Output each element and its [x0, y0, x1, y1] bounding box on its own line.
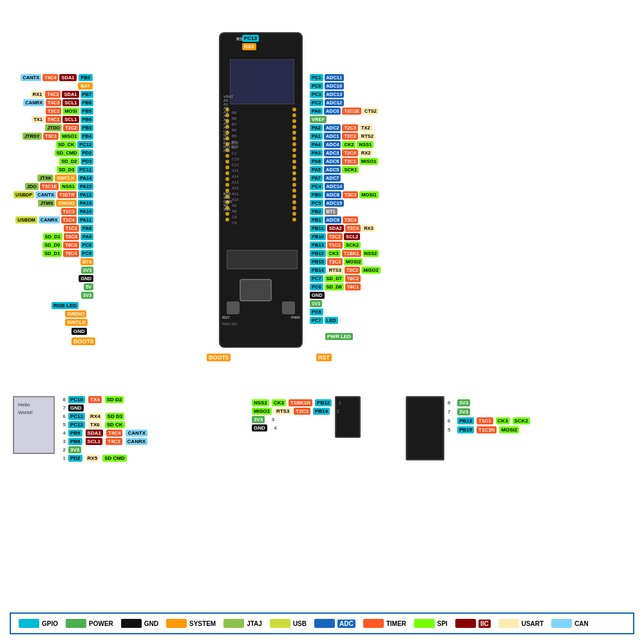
top-pin-rst2: RST	[242, 44, 257, 50]
legend-can: CAN	[551, 619, 589, 628]
legend-timer-label: TIMER	[386, 620, 406, 627]
legend-iic-label: IIC	[478, 620, 491, 628]
bottom-pin-table: 8 PC10TX4SD D2 7 GND 6 PC11RX4SD D3 5 PC…	[58, 396, 148, 463]
legend-iic: IIC	[455, 619, 491, 628]
board-btn-pwr	[282, 301, 295, 314]
swclk-label2: SWCLK	[64, 319, 88, 325]
legend-system-color	[166, 619, 187, 628]
legend-adc: ADC	[314, 619, 355, 628]
legend-usb-label: USB	[293, 620, 307, 627]
bottom-chip-left-pins: NSS2CK3T1BK1N PB12 1 MISO2RTS3T2C2 PB14 …	[251, 399, 341, 433]
legend-jtag: JTAJ	[223, 619, 262, 628]
swdio-label2: SWDIO	[64, 311, 87, 317]
board-btn-rst	[227, 301, 240, 314]
legend-timer-color	[363, 619, 384, 628]
legend-spi: SPI	[414, 619, 448, 628]
right-pin-labels: PC1ADC11 PC0ADC10 PC3ADC13 PC2ADC12 PA0A…	[309, 74, 381, 325]
main-diagram: B9B8B7B6B5 B4C2C1C10C11 A15A14A13A12A11 …	[0, 13, 644, 393]
screen-text: HelloWorld!	[14, 397, 53, 421]
legend-adc-color	[314, 619, 335, 628]
legend-spi-label: SPI	[437, 620, 448, 627]
legend-gnd-label: GND	[144, 620, 158, 627]
legend-jtag-label: JTAJ	[247, 620, 262, 627]
legend: GPIO POWER GND SYSTEM JTAJ USB ADC TIMER…	[10, 612, 634, 634]
board-body: B9B8B7B6B5 B4C2C1C10C11 A15A14A13A12A11 …	[219, 32, 303, 348]
legend-timer: TIMER	[363, 619, 406, 628]
legend-spi-color	[414, 619, 435, 628]
board-usb	[240, 279, 272, 301]
legend-usb-color	[270, 619, 290, 628]
legend-power: POWER	[66, 619, 113, 628]
top-pin-rst: PC13	[242, 35, 260, 41]
legend-power-label: POWER	[89, 620, 113, 627]
legend-gnd-color	[121, 619, 142, 628]
gnd-label-bottom: GND	[71, 328, 88, 334]
rst-label: RST	[316, 354, 332, 361]
legend-usb: USB	[270, 619, 307, 628]
legend-gpio-color	[19, 619, 39, 628]
board-connector	[227, 250, 298, 269]
boot0-bottom-label: BOOT0	[71, 338, 96, 345]
rgb-led-label: RGB LED	[52, 303, 79, 308]
legend-adc-label: ADC	[337, 620, 355, 628]
legend-gpio-label: GPIO	[42, 620, 58, 627]
board-screen	[230, 59, 294, 104]
legend-usart-color	[498, 619, 519, 628]
legend-system: SYSTEM	[166, 619, 216, 628]
legend-usart-label: USART	[522, 620, 544, 627]
bottom-section: HelloWorld! 8 PC10TX4SD D2 7 GND 6 PC11R…	[0, 393, 644, 554]
left-pin-labels: CANTXT4C4SDA1 PB9 BAT RX1T4C2SDA1 PB7 CA…	[13, 74, 94, 300]
ic-right-pins: 8 3V3 7 3V3 6 PB13T1C1CK3SCK2 5 PB15T1C3…	[448, 399, 531, 435]
legend-can-color	[551, 619, 572, 628]
legend-iic-color	[455, 619, 476, 628]
legend-system-label: SYSTEM	[189, 620, 216, 627]
pwr-led-label: PWR LED	[325, 334, 353, 339]
legend-usart: USART	[498, 619, 544, 628]
ic-body	[406, 396, 444, 460]
legend-gpio: GPIO	[19, 619, 58, 628]
legend-gnd: GND	[121, 619, 158, 628]
legend-jtag-color	[223, 619, 244, 628]
legend-can-label: CAN	[574, 620, 589, 627]
legend-power-color	[66, 619, 86, 628]
boot0-label: BOOT0	[206, 354, 231, 361]
mini-screen: HelloWorld!	[13, 396, 55, 454]
